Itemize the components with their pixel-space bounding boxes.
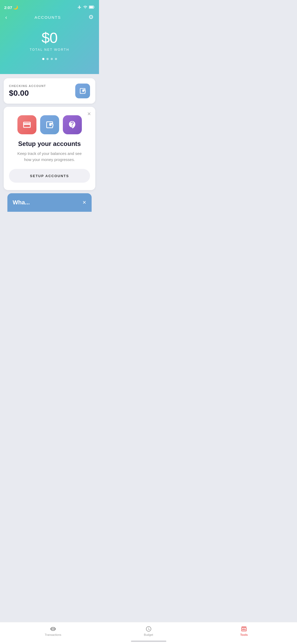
icon-row bbox=[17, 115, 82, 134]
svg-rect-1 bbox=[89, 6, 93, 8]
money-hand-icon bbox=[68, 120, 77, 129]
wifi-icon bbox=[83, 5, 87, 10]
dot-2 bbox=[46, 58, 49, 60]
svg-point-3 bbox=[83, 91, 84, 92]
back-button[interactable]: ‹ bbox=[5, 14, 7, 20]
battery-icon bbox=[89, 6, 95, 10]
setup-description: Keep track of your balances and see how … bbox=[15, 151, 84, 163]
notification-bar[interactable]: Wha... ✕ bbox=[7, 193, 92, 212]
setup-card: ✕ Setup your accounts bbox=[4, 107, 95, 190]
wallet-icon bbox=[79, 87, 86, 95]
notification-text: Wha... bbox=[13, 199, 30, 206]
account-info: CHECKING ACCOUNT $0.00 bbox=[9, 84, 46, 98]
net-worth-label: TOTAL NET WORTH bbox=[30, 48, 69, 52]
setup-accounts-button[interactable]: SETUP ACCOUNTS bbox=[9, 169, 90, 183]
status-bar: 2:07 🌙 bbox=[0, 0, 99, 12]
svg-point-4 bbox=[50, 125, 51, 126]
status-time-area: 2:07 🌙 bbox=[4, 5, 18, 10]
dot-4 bbox=[55, 58, 57, 60]
nav-bar: ‹ ACCOUNTS ⚙ bbox=[0, 12, 99, 23]
content-area: CHECKING ACCOUNT $0.00 ✕ bbox=[0, 74, 99, 216]
checking-account-card[interactable]: CHECKING ACCOUNT $0.00 bbox=[4, 78, 95, 104]
svg-rect-2 bbox=[94, 6, 95, 8]
account-label: CHECKING ACCOUNT bbox=[9, 84, 46, 88]
status-icons bbox=[77, 5, 95, 10]
moon-icon: 🌙 bbox=[13, 5, 18, 10]
setup-close-button[interactable]: ✕ bbox=[87, 111, 91, 117]
dot-3 bbox=[51, 58, 53, 60]
notification-close-button[interactable]: ✕ bbox=[82, 200, 86, 205]
dots-indicator bbox=[42, 58, 57, 60]
page-title: ACCOUNTS bbox=[35, 15, 61, 20]
dot-1 bbox=[42, 58, 44, 60]
net-worth-amount: $0 bbox=[41, 29, 57, 46]
wallet-icon-2 bbox=[45, 120, 54, 129]
credit-card-icon bbox=[22, 120, 31, 129]
money-hand-bubble bbox=[63, 115, 82, 134]
account-icon-wrapper bbox=[75, 84, 90, 98]
wallet-bubble bbox=[40, 115, 59, 134]
airplane-icon bbox=[77, 5, 82, 10]
credit-card-bubble bbox=[17, 115, 36, 134]
settings-icon[interactable]: ⚙ bbox=[88, 14, 94, 21]
account-balance: $0.00 bbox=[9, 89, 46, 98]
setup-title: Setup your accounts bbox=[18, 140, 81, 148]
time-display: 2:07 bbox=[4, 5, 12, 10]
